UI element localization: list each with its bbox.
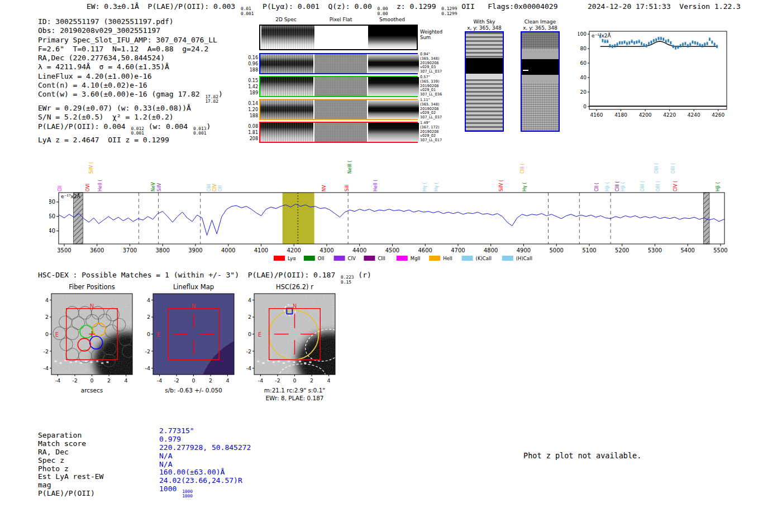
match-field-label: P(LAE)/P(OII)	[38, 489, 159, 497]
info-line: Obs: 20190208v029_3002551197	[38, 26, 223, 35]
x-tick-label: 4240	[688, 112, 700, 118]
info-line: λ = 4211.94Å σ = 4.60(±1.35)Å	[38, 63, 223, 71]
x-tick-label: 4800	[484, 247, 498, 253]
legend-swatch	[462, 256, 473, 261]
fiber-row-weights: 0.16 0.96 188	[246, 55, 258, 73]
speckle	[293, 361, 295, 363]
cutout-caption: arcsecs	[81, 387, 103, 394]
data-point	[670, 42, 671, 44]
fiber-row-weights: 0.14 1.20 188	[246, 100, 258, 119]
spectral-line-label: OVI	[85, 184, 90, 191]
data-point	[673, 46, 674, 47]
match-field-value: 24.02(23.66,24.57)R	[159, 476, 242, 485]
x-tick-label: 5100	[582, 247, 596, 253]
data-point	[709, 39, 711, 40]
spectral-line-label: OII	[218, 185, 223, 191]
spec2d-image-strip	[368, 100, 419, 119]
data-point	[604, 40, 606, 42]
x-tick-label: 0	[90, 377, 93, 384]
x-tick-label: 3500	[57, 247, 71, 253]
data-point	[711, 41, 713, 43]
compass-east-label: E	[157, 332, 160, 338]
y-tick-label: 40	[580, 75, 587, 80]
legend-swatch	[304, 256, 315, 261]
data-point	[662, 39, 664, 40]
sky-image-panels: With Sky x, y: 365, 348Clean Image x, y:…	[464, 16, 567, 136]
spec2d-image-strip	[314, 123, 367, 142]
x-tick-label: 4200	[639, 112, 652, 118]
with-sky-image	[466, 32, 503, 131]
detection-info-block: ID: 3002551197 (3002551197.pdf)Obs: 2019…	[38, 17, 223, 145]
spectral-line-label: NeV	[151, 182, 156, 191]
fiber-row-weights: 0.08 1.81 208	[246, 123, 258, 142]
spec2d-fiber-row	[259, 99, 418, 120]
x-tick-label: 5500	[713, 247, 727, 253]
spec2d-image-strip	[261, 26, 314, 49]
fiber-row-details: 0.94" (365, 348) 20190208 v029_03 307_LL…	[420, 52, 442, 74]
speckle	[283, 362, 285, 364]
y-tick-label: 0	[45, 331, 49, 337]
spectral-line-label: CII	[58, 186, 63, 191]
info-line: EWr = 0.29(±0.07) (w: 0.33(±0.08))Å	[38, 104, 223, 113]
catalog-match-table: Separation2.77315"Match score0.979RA, De…	[38, 431, 251, 497]
y-tick-label: -4	[44, 365, 49, 371]
cutout-caption: s/b: -0.63 +/- 0.050	[165, 387, 222, 394]
legend-swatch	[429, 256, 440, 261]
data-point	[643, 44, 645, 46]
speckle	[299, 361, 301, 362]
speckle	[257, 361, 259, 362]
x-tick-label: 0	[293, 377, 296, 384]
match-table-row: Spec zN/A	[38, 456, 251, 464]
x-tick-label: 4400	[352, 247, 366, 253]
x-tick-label: 4000	[221, 247, 235, 253]
speckle	[90, 361, 92, 363]
y-tick-label: 4	[147, 297, 150, 303]
spec2d-image-strip	[368, 77, 419, 96]
x-tick-label: 4500	[385, 247, 399, 253]
cutout-hsc-26-2-r: HSC(26.2) rNE-4-4-2-2002244m:21.1 rc:2.9…	[234, 282, 338, 412]
stacked-uncertainty: 0.12990.1299	[441, 7, 457, 16]
plot-frame	[589, 31, 727, 109]
info-line: F=2.6" T=0.117 N=1.12 A=0.88 g=24.2	[38, 45, 223, 54]
match-field-value: 0.979	[159, 435, 181, 443]
y-tick-label: 0	[583, 104, 586, 109]
y-tick-label: 2	[248, 314, 251, 320]
stacked-uncertainty: 0.0130.001	[193, 127, 206, 136]
match-field-label: RA, Dec	[38, 448, 159, 456]
spectral-line-label: NV	[322, 185, 327, 191]
speckle	[273, 361, 275, 363]
legend-label: HeII	[443, 256, 452, 261]
y-tick-label: -2	[145, 348, 150, 354]
data-point	[623, 41, 625, 43]
stacked-uncertainty: 17.8217.82	[205, 95, 218, 104]
x-tick-label: 2	[310, 377, 313, 384]
spectral-line-label: Hγ (	[434, 183, 439, 191]
data-point	[657, 37, 659, 39]
cutout-title: Fiber Positions	[69, 283, 115, 291]
header-summary-line: EW: 0.3±0.1Å P(LAE)/P(OII): 0.003 0.010.…	[87, 2, 557, 16]
legend-swatch	[502, 256, 513, 261]
stacked-uncertainty: 10001000	[182, 490, 193, 499]
legend-label: (H)CaII	[516, 256, 532, 261]
spectral-line-label: CIV	[212, 184, 217, 191]
info-line: RA,Dec (220.277634,50.844524)	[38, 54, 223, 63]
spectral-line-label: OIII (	[671, 163, 676, 174]
data-point	[614, 45, 616, 46]
spectral-line-label: SiIV (	[499, 180, 504, 191]
legend-label: MgII	[411, 256, 421, 261]
data-point	[684, 42, 686, 44]
data-point	[636, 41, 637, 43]
speckle	[54, 361, 56, 362]
y-tick-label: 20	[580, 89, 587, 95]
match-table-row: Separation2.77315"	[38, 431, 251, 439]
compass-east-label: E	[55, 332, 59, 338]
spectral-line-label: CII (	[594, 183, 599, 191]
info-line: S/N = 5.2(±0.5) χ² = 1.2(±0.2)	[38, 113, 223, 122]
match-table-row: mag24.02(23.66,24.57)R	[38, 481, 251, 489]
spectral-line-label: SiII	[345, 185, 350, 191]
spec2d-image-strip	[260, 77, 313, 96]
data-point	[628, 42, 630, 44]
spec2d-image-strip	[314, 54, 367, 73]
data-point	[653, 40, 655, 41]
spectral-line-label: Hβ (	[716, 182, 721, 191]
